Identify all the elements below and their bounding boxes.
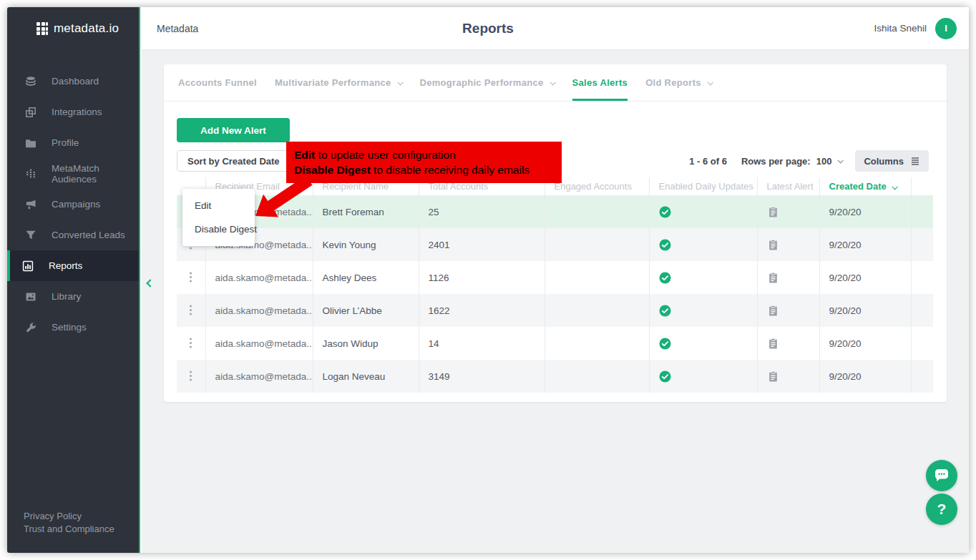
audiences-icon	[24, 167, 37, 180]
daily-updates-enabled-icon	[659, 305, 671, 317]
context-menu-item-disable-digest[interactable]: Disable Digest	[182, 217, 255, 241]
latest-alert-icon[interactable]	[767, 370, 779, 383]
tab-label: Demographic Performance	[420, 77, 544, 88]
integrations-icon	[24, 106, 37, 119]
privacy-policy-link[interactable]: Privacy Policy	[24, 510, 114, 523]
total-accounts-cell: 14	[419, 327, 545, 360]
sidebar-item-converted-leads[interactable]: Converted Leads	[7, 220, 139, 250]
user-menu: Ishita Snehil I	[874, 18, 957, 39]
recipient-email-cell: aida.skamo@metada...	[205, 294, 313, 327]
spacer-cell	[911, 360, 933, 393]
main-area: Metadata Reports Ishita Snehil I Account…	[142, 7, 969, 553]
total-accounts-cell: 1126	[419, 261, 545, 294]
chevron-left-icon	[146, 279, 154, 287]
sidebar-item-settings[interactable]: Settings	[7, 312, 139, 343]
rows-per-page-value: 100	[816, 156, 832, 167]
table-row[interactable]: aida.skamo@metada...Logan Neveau31499/20…	[177, 360, 933, 393]
tab-sales-alerts[interactable]: Sales Alerts	[572, 64, 628, 101]
rows-per-page-label: Rows per page:	[741, 156, 811, 167]
trust-and-compliance-link[interactable]: Trust and Compliance	[24, 523, 114, 536]
question-mark-icon: ?	[937, 501, 947, 518]
tab-old-reports[interactable]: Old Reports	[645, 64, 712, 101]
column-header-latest-alert[interactable]: Latest Alert	[757, 177, 819, 195]
recipient-name-cell: Ashley Dees	[313, 261, 419, 294]
sort-dropdown[interactable]: Sort by Created Date	[177, 150, 303, 172]
column-header-enabled-daily-updates[interactable]: Enabled Daily Updates	[649, 177, 757, 195]
sidebar-item-library[interactable]: Library	[7, 281, 139, 312]
tab-accounts-funnel[interactable]: Accounts Funnel	[178, 64, 257, 101]
add-new-alert-button[interactable]: Add New Alert	[177, 118, 290, 142]
spacer-cell	[911, 195, 933, 228]
help-button[interactable]: ?	[926, 493, 957, 525]
sidebar-item-label: Converted Leads	[52, 230, 125, 240]
latest-alert-icon[interactable]	[767, 338, 779, 350]
breadcrumb[interactable]: Metadata	[157, 23, 198, 34]
avatar[interactable]: I	[935, 18, 957, 39]
sidebar-item-profile[interactable]: Profile	[7, 127, 139, 158]
table-row[interactable]: aida.skamo@metada...Jason Widup149/20/20	[177, 327, 933, 360]
row-menu-button[interactable]	[186, 337, 196, 348]
row-menu-button[interactable]	[186, 370, 196, 381]
pagination-range: 1 - 6 of 6	[689, 156, 727, 167]
total-accounts-cell: 25	[419, 195, 545, 228]
columns-button[interactable]: Columns	[855, 150, 929, 172]
daily-updates-enabled-icon	[659, 370, 671, 383]
column-header-created-date[interactable]: Created Date	[819, 177, 911, 195]
tab-label: Old Reports	[645, 77, 701, 88]
sidebar-item-integrations[interactable]: Integrations	[7, 97, 139, 127]
table-row[interactable]: aida.skamo@metada...Brett Foreman259/20/…	[177, 195, 933, 228]
funnel-icon	[24, 229, 37, 242]
engaged-accounts-cell	[545, 228, 649, 261]
recipient-email-cell: aida.skamo@metada...	[205, 327, 313, 360]
tab-label: Accounts Funnel	[178, 77, 257, 88]
recipient-name-cell: Kevin Young	[313, 228, 419, 261]
table-row[interactable]: aida.skamo@metada...Ashley Dees11269/20/…	[177, 261, 933, 294]
chevron-down-icon	[397, 79, 403, 85]
user-name[interactable]: Ishita Snehil	[874, 23, 927, 34]
bar-chart-icon	[21, 260, 34, 272]
sidebar-item-dashboard[interactable]: Dashboard	[7, 66, 139, 97]
latest-alert-icon[interactable]	[767, 206, 779, 218]
spacer-cell	[911, 261, 933, 294]
app-window: metadata.io DashboardIntegrationsProfile…	[7, 7, 969, 553]
sidebar-nav: DashboardIntegrationsProfileMetaMatch Au…	[7, 66, 139, 343]
content-area: Accounts FunnelMultivariate PerformanceD…	[142, 50, 969, 553]
context-menu-item-edit[interactable]: Edit	[182, 194, 255, 217]
engaged-accounts-cell	[545, 261, 649, 294]
sidebar-item-campaigns[interactable]: Campaigns	[7, 189, 139, 220]
topbar: Metadata Reports Ishita Snehil I	[142, 7, 969, 50]
sidebar-item-metamatch-audiences[interactable]: MetaMatch Audiences	[7, 158, 139, 189]
chevron-down-icon	[892, 184, 897, 190]
latest-alert-icon[interactable]	[767, 305, 779, 317]
table-row[interactable]: aida.skamo@metada...Olivier L’Abbe16229/…	[177, 294, 933, 327]
total-accounts-cell: 1622	[419, 294, 545, 327]
daily-updates-enabled-icon	[659, 239, 671, 251]
sidebar-collapse-button[interactable]	[145, 278, 155, 288]
tab-demographic-performance[interactable]: Demographic Performance	[420, 64, 555, 101]
sidebar: metadata.io DashboardIntegrationsProfile…	[7, 7, 140, 553]
sidebar-item-label: Dashboard	[52, 76, 99, 87]
logo[interactable]: metadata.io	[7, 7, 139, 50]
created-date-cell: 9/20/20	[819, 228, 911, 261]
chevron-down-icon	[838, 157, 844, 163]
tab-multivariate-performance[interactable]: Multivariate Performance	[275, 64, 402, 101]
alerts-table: Recipient EmailRecipient NameTotal Accou…	[177, 177, 933, 393]
table-row[interactable]: aida.skamo@metada...Kevin Young24019/20/…	[177, 228, 933, 261]
chat-button[interactable]	[926, 460, 957, 491]
rows-per-page-dropdown[interactable]: 100	[816, 156, 843, 167]
sidebar-item-reports[interactable]: Reports	[7, 250, 139, 281]
megaphone-icon	[24, 198, 37, 211]
engaged-accounts-cell	[545, 294, 649, 327]
wrench-icon	[24, 321, 37, 334]
engaged-accounts-cell	[545, 195, 649, 228]
sidebar-item-label: Integrations	[52, 107, 102, 117]
latest-alert-icon[interactable]	[767, 239, 779, 251]
chevron-down-icon	[707, 79, 713, 85]
latest-alert-icon[interactable]	[767, 272, 779, 284]
daily-updates-enabled-icon	[659, 206, 671, 218]
recipient-name-cell: Logan Neveau	[313, 360, 419, 393]
sidebar-item-label: MetaMatch Audiences	[52, 163, 139, 185]
daily-updates-enabled-icon	[659, 272, 671, 284]
row-menu-button[interactable]	[186, 304, 196, 315]
row-menu-button[interactable]	[186, 271, 196, 283]
